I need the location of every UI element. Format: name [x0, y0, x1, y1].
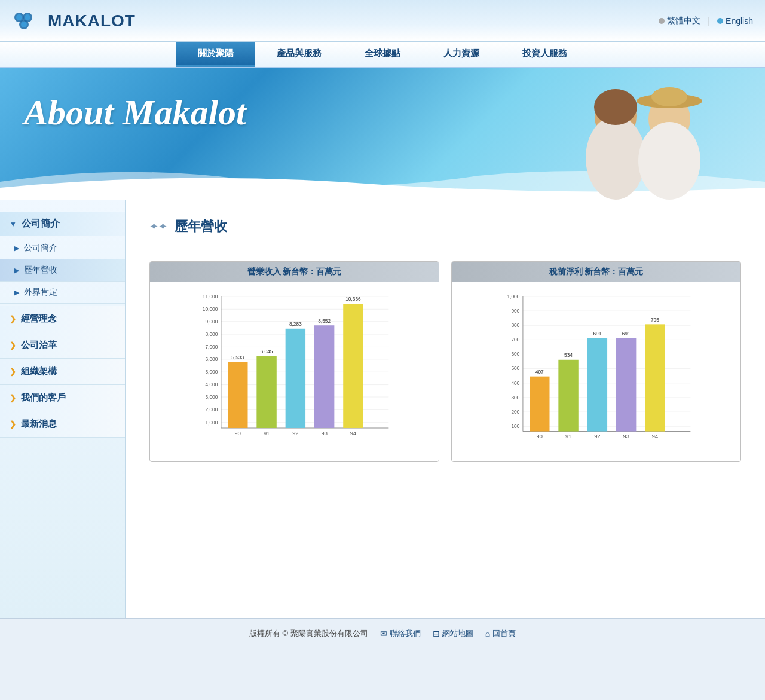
svg-text:2,000: 2,000: [205, 406, 218, 412]
nav-item-hr[interactable]: 人力資源: [422, 42, 501, 67]
home-icon: ⌂: [485, 629, 490, 638]
profit-chart-svg: 1,000 900 800 700 600 500 400 300 200 10…: [458, 288, 735, 444]
svg-text:8,000: 8,000: [205, 331, 218, 337]
main-layout: ▼ 公司簡介 ▶ 公司簡介 ▶ 歷年營收 ▶ 外界肯定 ❯ 經營理念 ❯ 公司治…: [0, 200, 765, 618]
svg-text:10,000: 10,000: [203, 306, 218, 312]
orange-arrow-icon-4: ❯: [10, 393, 16, 402]
main-nav: 關於聚陽 產品與服務 全球據點 人力資源 投資人服務: [0, 42, 765, 68]
sitemap-icon: ⊟: [433, 629, 440, 638]
lang-switcher: 繁體中文 | English: [659, 16, 753, 26]
profit-bar-94: [645, 324, 665, 431]
svg-text:691: 691: [593, 331, 601, 337]
svg-point-4: [25, 14, 30, 20]
svg-text:91: 91: [565, 433, 571, 439]
svg-text:500: 500: [511, 365, 519, 371]
sidebar-sub-annual-revenue[interactable]: ▶ 歷年營收: [0, 259, 125, 282]
svg-text:10,366: 10,366: [345, 296, 361, 302]
charts-container: 營業收入 新台幣：百萬元 11,000 10,000 9,000 8,000 7…: [149, 261, 741, 462]
sidebar-governance[interactable]: ❯ 公司治革: [0, 332, 125, 359]
section-header: ✦✦ 歷年營收: [149, 218, 741, 243]
logo-icon: [12, 9, 43, 33]
svg-text:4,000: 4,000: [205, 381, 218, 387]
bar-92: [286, 329, 305, 428]
svg-point-7: [586, 116, 645, 200]
svg-text:6,000: 6,000: [205, 356, 218, 362]
svg-point-5: [21, 22, 27, 27]
bar-90: [228, 362, 247, 429]
revenue-chart-header: 營業收入 新台幣：百萬元: [150, 262, 439, 282]
svg-point-12: [651, 87, 687, 106]
svg-text:5,533: 5,533: [231, 354, 244, 360]
svg-text:94: 94: [652, 433, 658, 439]
svg-text:900: 900: [511, 308, 519, 314]
footer-home[interactable]: ⌂ 回首頁: [485, 628, 516, 639]
nav-item-about[interactable]: 關於聚陽: [176, 42, 255, 67]
profit-bar-92: [587, 338, 607, 432]
profit-chart-header: 稅前淨利 新台幣：百萬元: [452, 262, 740, 282]
svg-text:100: 100: [511, 423, 519, 429]
sidebar-news[interactable]: ❯ 最新消息: [0, 411, 125, 438]
sub-arrow-icon-3: ▶: [14, 289, 19, 296]
footer-copyright: 版權所有 © 聚陽實業股份有限公司: [249, 628, 368, 639]
revenue-chart-svg: 11,000 10,000 9,000 8,000 7,000 6,000 5,…: [156, 288, 433, 444]
lang-en[interactable]: English: [717, 16, 753, 26]
bar-93: [314, 325, 334, 428]
footer-contact[interactable]: ✉ 聯絡我們: [380, 628, 421, 639]
lang-en-dot: [717, 18, 723, 24]
lang-zh-dot: [659, 18, 665, 24]
profit-bar-93: [616, 338, 636, 432]
svg-point-8: [594, 89, 637, 125]
sidebar-sub-company-intro[interactable]: ▶ 公司簡介: [0, 237, 125, 259]
revenue-chart-body: 11,000 10,000 9,000 8,000 7,000 6,000 5,…: [150, 282, 439, 461]
sidebar-structure[interactable]: ❯ 組織架構: [0, 359, 125, 385]
svg-text:93: 93: [321, 430, 327, 436]
nav-item-investors[interactable]: 投資人服務: [501, 42, 589, 67]
email-icon: ✉: [380, 629, 387, 638]
lang-zh[interactable]: 繁體中文: [659, 16, 700, 26]
hero-title: About Makalot: [24, 92, 246, 133]
svg-text:6,045: 6,045: [261, 349, 273, 354]
bar-94: [343, 304, 363, 428]
svg-text:5,000: 5,000: [205, 369, 218, 375]
svg-point-3: [16, 14, 22, 20]
orange-arrow-icon-3: ❯: [10, 367, 16, 376]
section-icon: ✦✦: [149, 220, 167, 233]
sidebar-main-company[interactable]: ▼ 公司簡介: [0, 212, 125, 236]
svg-point-10: [638, 122, 700, 200]
svg-text:7,000: 7,000: [205, 344, 218, 350]
svg-text:9,000: 9,000: [205, 319, 218, 325]
svg-text:795: 795: [651, 317, 659, 323]
logo-text: MAKALOT: [48, 11, 136, 30]
bar-91: [256, 356, 276, 428]
svg-text:407: 407: [536, 369, 544, 375]
svg-text:91: 91: [264, 430, 270, 436]
sidebar-customers[interactable]: ❯ 我們的客戶: [0, 385, 125, 411]
profit-bar-90: [530, 377, 549, 432]
orange-arrow-icon-2: ❯: [10, 341, 16, 350]
sub-arrow-icon-1: ▶: [14, 244, 19, 252]
svg-text:94: 94: [350, 430, 356, 436]
svg-text:534: 534: [564, 352, 573, 358]
header: MAKALOT 繁體中文 | English: [0, 0, 765, 42]
profit-bar-91: [558, 360, 578, 432]
svg-text:700: 700: [511, 337, 519, 343]
footer-sitemap[interactable]: ⊟ 網站地圖: [433, 628, 473, 639]
sidebar-sub-recognition[interactable]: ▶ 外界肯定: [0, 282, 125, 304]
svg-text:92: 92: [292, 430, 298, 436]
svg-text:8,283: 8,283: [289, 321, 302, 327]
sidebar-philosophy[interactable]: ❯ 經營理念: [0, 306, 125, 332]
profit-chart: 稅前淨利 新台幣：百萬元 1,000 900 800 700 600 500 4…: [451, 261, 741, 462]
svg-text:92: 92: [594, 433, 600, 439]
footer: 版權所有 © 聚陽實業股份有限公司 ✉ 聯絡我們 ⊟ 網站地圖 ⌂ 回首頁: [0, 618, 765, 649]
svg-text:8,552: 8,552: [318, 318, 331, 324]
svg-text:90: 90: [235, 430, 241, 436]
section-title: 歷年營收: [175, 218, 227, 236]
nav-item-locations[interactable]: 全球據點: [343, 42, 422, 67]
svg-text:400: 400: [511, 380, 519, 386]
sidebar: ▼ 公司簡介 ▶ 公司簡介 ▶ 歷年營收 ▶ 外界肯定 ❯ 經營理念 ❯ 公司治…: [0, 200, 126, 618]
svg-text:200: 200: [511, 409, 519, 415]
svg-text:800: 800: [511, 322, 519, 328]
svg-text:600: 600: [511, 351, 519, 357]
nav-item-products[interactable]: 產品與服務: [255, 42, 343, 67]
profit-chart-body: 1,000 900 800 700 600 500 400 300 200 10…: [452, 282, 740, 461]
